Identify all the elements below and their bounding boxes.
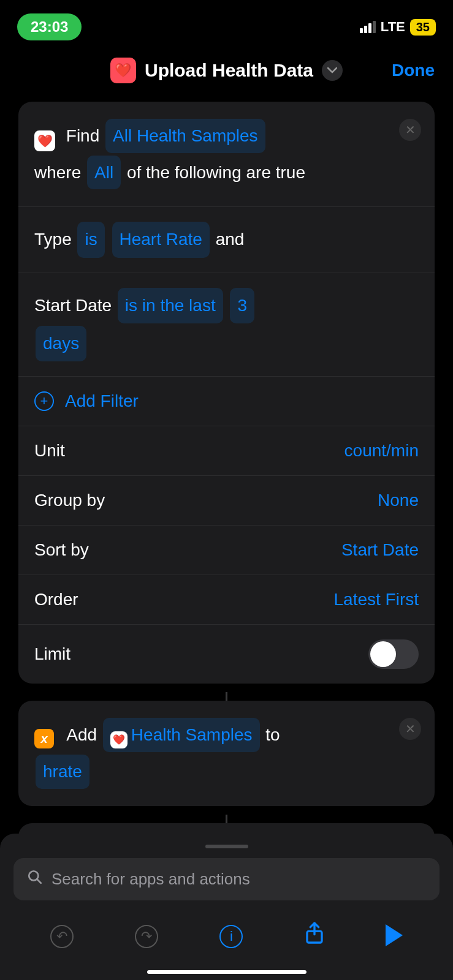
header: ❤️ Upload Health Data Done (0, 43, 453, 102)
limit-label: Limit (34, 644, 70, 664)
unit-label: Unit (34, 441, 65, 461)
done-button[interactable]: Done (392, 61, 435, 80)
search-input[interactable]: Search for apps and actions (13, 858, 440, 900)
add-filter-button[interactable]: + Add Filter (18, 376, 435, 426)
search-icon (27, 869, 43, 889)
unit-value[interactable]: count/min (345, 441, 419, 461)
find-label: Find (66, 126, 99, 145)
sortby-value[interactable]: Start Date (341, 540, 419, 560)
filter-field: Type (34, 230, 72, 249)
action-connector (226, 815, 227, 823)
hrate-var-token[interactable]: hrate (36, 755, 89, 789)
play-icon (386, 924, 403, 946)
page-title: Upload Health Data (145, 60, 313, 81)
run-button[interactable] (386, 924, 403, 946)
sortby-row[interactable]: Sort by Start Date (18, 525, 435, 575)
filter-startdate-row[interactable]: Start Date is in the last 3 days (18, 273, 435, 377)
share-button[interactable] (305, 921, 324, 949)
groupby-label: Group by (34, 491, 105, 510)
bottom-toolbar: ↶ ↷ i (13, 900, 440, 956)
limit-row: Limit (18, 624, 435, 684)
battery-pill: 35 (410, 19, 436, 36)
signal-icon (360, 21, 376, 33)
filter-op-token[interactable]: is (77, 222, 104, 257)
to-label: to (265, 725, 280, 744)
sheet-grabber[interactable] (205, 845, 248, 848)
svg-line-1 (37, 879, 41, 883)
home-indicator[interactable] (147, 970, 306, 974)
of-following-label: of the following are true (127, 163, 305, 182)
health-app-icon: ❤️ (110, 58, 136, 83)
all-health-samples-token[interactable]: All Health Samples (105, 119, 265, 153)
network-label: LTE (381, 19, 405, 35)
add-filter-label: Add Filter (65, 391, 139, 411)
header-title-group: ❤️ Upload Health Data (110, 58, 343, 83)
filter-type-row[interactable]: Type is Heart Rate and (18, 206, 435, 272)
status-time-pill[interactable]: 23:03 (17, 13, 82, 40)
filter-op-token[interactable]: is in the last (118, 288, 223, 323)
filter-unit-token[interactable]: days (36, 326, 86, 361)
filter-num-token[interactable]: 3 (230, 288, 254, 323)
sortby-label: Sort by (34, 540, 89, 560)
find-health-samples-card: ✕ ❤️ Find All Health Samples where All o… (18, 102, 435, 684)
search-placeholder: Search for apps and actions (51, 870, 250, 889)
where-label: where (34, 163, 81, 182)
unit-row[interactable]: Unit count/min (18, 426, 435, 475)
chevron-down-icon[interactable] (322, 60, 343, 81)
order-label: Order (34, 590, 78, 609)
variable-icon: x (34, 729, 54, 748)
close-icon[interactable]: ✕ (399, 119, 421, 141)
filter-value-token[interactable]: Heart Rate (112, 222, 210, 257)
search-sheet: Search for apps and actions ↶ ↷ i (0, 834, 453, 980)
status-right: LTE 35 (360, 19, 436, 36)
add-action-summary: x Add ❤️Health Samples to hrate (18, 701, 435, 805)
status-bar: 23:03 LTE 35 (0, 0, 453, 43)
action-connector (226, 692, 227, 701)
groupby-value[interactable]: None (378, 491, 419, 510)
info-button[interactable]: i (219, 923, 243, 948)
order-value[interactable]: Latest First (334, 590, 419, 609)
undo-button[interactable]: ↶ (50, 923, 74, 948)
all-condition-token[interactable]: All (87, 156, 121, 190)
plus-circle-icon: + (34, 391, 54, 411)
add-label: Add (66, 725, 97, 744)
groupby-row[interactable]: Group by None (18, 475, 435, 525)
order-row[interactable]: Order Latest First (18, 575, 435, 624)
find-action-summary: ❤️ Find All Health Samples where All of … (18, 102, 435, 206)
health-samples-token[interactable]: ❤️Health Samples (103, 718, 260, 752)
redo-button[interactable]: ↷ (135, 923, 158, 948)
filter-field: Start Date (34, 296, 112, 315)
add-to-variable-card: ✕ x Add ❤️Health Samples to hrate (18, 701, 435, 805)
health-icon: ❤️ (34, 130, 55, 151)
limit-toggle[interactable] (368, 639, 419, 669)
and-label: and (216, 230, 245, 249)
